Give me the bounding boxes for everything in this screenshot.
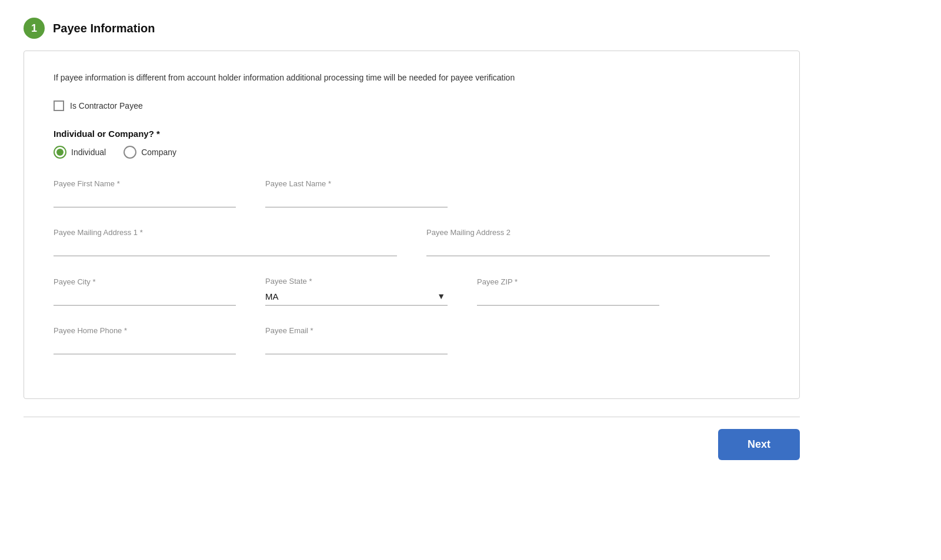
- name-row: Payee First Name * Payee Last Name *: [54, 179, 770, 207]
- form-card: If payee information is different from a…: [24, 51, 800, 399]
- radio-inner-individual: [56, 149, 64, 156]
- mailing-address-1-input[interactable]: [54, 239, 397, 256]
- page-title: Payee Information: [53, 22, 155, 35]
- first-name-field: Payee First Name *: [54, 179, 236, 207]
- last-name-input[interactable]: [265, 190, 448, 207]
- mailing-address-2-label: Payee Mailing Address 2: [426, 228, 770, 237]
- radio-option-individual[interactable]: Individual: [54, 146, 106, 159]
- mailing-address-2-input[interactable]: [426, 239, 770, 256]
- step-number: 1: [31, 22, 37, 35]
- info-text: If payee information is different from a…: [54, 72, 770, 84]
- first-name-label: Payee First Name *: [54, 179, 236, 188]
- last-name-field: Payee Last Name *: [265, 179, 448, 207]
- address-row: Payee Mailing Address 1 * Payee Mailing …: [54, 228, 770, 256]
- state-label: Payee State *: [265, 277, 448, 286]
- contractor-checkbox-label: Is Contractor Payee: [70, 101, 143, 110]
- city-field: Payee City *: [54, 277, 236, 306]
- home-phone-input[interactable]: [54, 337, 236, 354]
- radio-label-company: Company: [141, 147, 176, 157]
- mailing-address-1-field: Payee Mailing Address 1 *: [54, 228, 397, 256]
- individual-or-company-group: Individual or Company? * Individual Comp…: [54, 129, 770, 159]
- home-phone-label: Payee Home Phone *: [54, 326, 236, 335]
- city-input[interactable]: [54, 289, 236, 306]
- zip-label: Payee ZIP *: [477, 277, 659, 286]
- email-label: Payee Email *: [265, 326, 448, 335]
- phone-email-row: Payee Home Phone * Payee Email *: [54, 326, 770, 354]
- zip-field: Payee ZIP *: [477, 277, 659, 306]
- radio-label-individual: Individual: [71, 147, 106, 157]
- state-select[interactable]: MA AL AK AZ AR CA CO CT DE FL GA HI ID I…: [265, 288, 448, 306]
- city-label: Payee City *: [54, 277, 236, 286]
- state-field: Payee State * MA AL AK AZ AR CA CO CT DE…: [265, 277, 448, 306]
- radio-options-row: Individual Company: [54, 146, 770, 159]
- mailing-address-1-label: Payee Mailing Address 1 *: [54, 228, 397, 237]
- last-name-label: Payee Last Name *: [265, 179, 448, 188]
- zip-input[interactable]: [477, 289, 659, 306]
- step-badge: 1: [24, 18, 45, 39]
- email-field: Payee Email *: [265, 326, 448, 354]
- home-phone-field: Payee Home Phone *: [54, 326, 236, 354]
- city-state-zip-row: Payee City * Payee State * MA AL AK AZ A…: [54, 277, 770, 306]
- mailing-address-2-field: Payee Mailing Address 2: [426, 228, 770, 256]
- radio-button-company[interactable]: [124, 146, 136, 159]
- first-name-input[interactable]: [54, 190, 236, 207]
- email-input[interactable]: [265, 337, 448, 354]
- contractor-checkbox-row[interactable]: Is Contractor Payee: [54, 100, 770, 111]
- next-button[interactable]: Next: [718, 429, 800, 460]
- section-header: 1 Payee Information: [24, 18, 800, 39]
- radio-button-individual[interactable]: [54, 146, 66, 159]
- footer-row: Next: [24, 417, 800, 466]
- individual-or-company-label: Individual or Company? *: [54, 129, 770, 139]
- contractor-checkbox[interactable]: [54, 100, 64, 111]
- radio-option-company[interactable]: Company: [124, 146, 176, 159]
